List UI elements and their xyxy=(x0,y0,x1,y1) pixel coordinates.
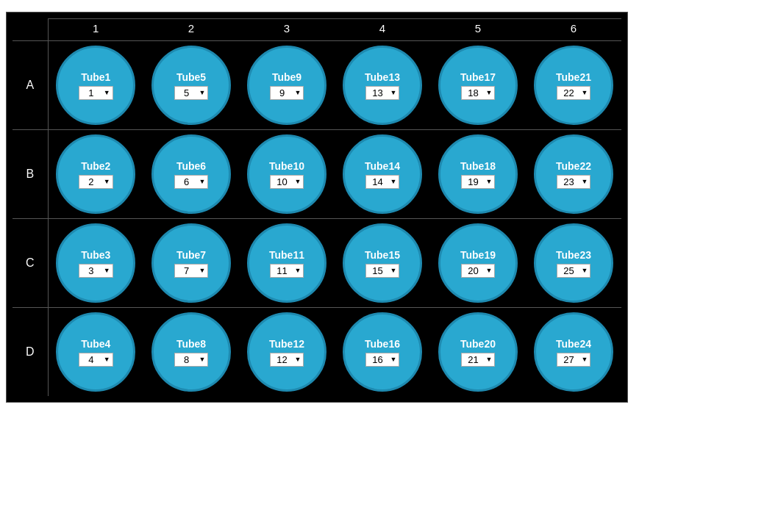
dropdown-arrow-icon: ▼ xyxy=(104,356,110,363)
tube-circle-Tube2[interactable]: Tube212345678910111213141516171819202122… xyxy=(56,134,135,214)
tube-circle-Tube20[interactable]: Tube201234567891011121314151617181920212… xyxy=(438,312,518,392)
tube-name-Tube15: Tube15 xyxy=(365,249,400,261)
dropdown-arrow-icon: ▼ xyxy=(486,356,493,363)
tube-circle-Tube15[interactable]: Tube151234567891011121314151617181920212… xyxy=(343,223,422,303)
tube-circle-Tube23[interactable]: Tube231234567891011121314151617181920212… xyxy=(534,223,613,303)
col-header-1: 1 xyxy=(48,19,143,41)
tube-circle-Tube6[interactable]: Tube612345678910111213141516171819202122… xyxy=(151,134,231,214)
tube-select-Tube4[interactable]: 1234567891011121314151617181920212223242… xyxy=(82,354,102,365)
dropdown-arrow-icon: ▼ xyxy=(295,178,301,185)
tube-select-Tube3[interactable]: 1234567891011121314151617181920212223242… xyxy=(82,265,102,276)
tube-name-Tube14: Tube14 xyxy=(365,160,400,172)
tube-select-Tube9[interactable]: 1234567891011121314151617181920212223242… xyxy=(273,87,293,98)
tube-select-Tube22[interactable]: 1234567891011121314151617181920212223242… xyxy=(560,176,580,187)
tube-circle-Tube18[interactable]: Tube181234567891011121314151617181920212… xyxy=(438,134,518,214)
tube-cell: Tube111234567891011121314151617181920212… xyxy=(239,219,335,308)
tube-cell: Tube212345678910111213141516171819202122… xyxy=(48,130,143,219)
tube-cell: Tube712345678910111213141516171819202122… xyxy=(143,219,239,308)
tube-select-Tube2[interactable]: 1234567891011121314151617181920212223242… xyxy=(82,176,102,187)
tube-select-Tube14[interactable]: 1234567891011121314151617181920212223242… xyxy=(368,176,389,187)
tube-circle-Tube21[interactable]: Tube211234567891011121314151617181920212… xyxy=(534,46,613,125)
tube-circle-Tube9[interactable]: Tube912345678910111213141516171819202122… xyxy=(247,46,326,125)
tube-name-Tube24: Tube24 xyxy=(556,338,591,350)
tube-cell: Tube161234567891011121314151617181920212… xyxy=(335,308,430,397)
tube-circle-Tube5[interactable]: Tube512345678910111213141516171819202122… xyxy=(151,46,231,125)
dropdown-arrow-icon: ▼ xyxy=(390,267,397,274)
tube-cell: Tube512345678910111213141516171819202122… xyxy=(143,41,239,130)
tube-select-Tube1[interactable]: 1234567891011121314151617181920212223242… xyxy=(82,87,102,98)
tube-select-Tube11[interactable]: 1234567891011121314151617181920212223242… xyxy=(273,265,293,276)
dropdown-arrow-icon: ▼ xyxy=(486,178,493,185)
dropdown-arrow-icon: ▼ xyxy=(295,356,301,363)
dropdown-arrow-icon: ▼ xyxy=(582,178,588,185)
tube-circle-Tube7[interactable]: Tube712345678910111213141516171819202122… xyxy=(151,223,231,303)
tube-name-Tube23: Tube23 xyxy=(556,249,591,261)
tube-circle-Tube3[interactable]: Tube312345678910111213141516171819202122… xyxy=(56,223,135,303)
tube-name-Tube11: Tube11 xyxy=(269,249,304,261)
tube-select-Tube8[interactable]: 1234567891011121314151617181920212223242… xyxy=(177,354,198,365)
tube-select-Tube24[interactable]: 1234567891011121314151617181920212223242… xyxy=(560,354,580,365)
tube-circle-Tube16[interactable]: Tube161234567891011121314151617181920212… xyxy=(343,312,422,392)
tube-circle-Tube8[interactable]: Tube812345678910111213141516171819202122… xyxy=(151,312,231,392)
tube-name-Tube20: Tube20 xyxy=(460,338,496,350)
col-header-5: 5 xyxy=(430,19,526,41)
tube-select-Tube21[interactable]: 1234567891011121314151617181920212223242… xyxy=(560,87,580,98)
tube-select-Tube16[interactable]: 1234567891011121314151617181920212223242… xyxy=(368,354,389,365)
tube-select-Tube23[interactable]: 1234567891011121314151617181920212223242… xyxy=(560,265,580,276)
tube-cell: Tube191234567891011121314151617181920212… xyxy=(430,219,526,308)
tube-name-Tube6: Tube6 xyxy=(176,160,206,172)
tube-name-Tube5: Tube5 xyxy=(176,71,206,83)
col-header-6: 6 xyxy=(526,19,621,41)
tube-cell: Tube912345678910111213141516171819202122… xyxy=(239,41,335,130)
tube-circle-Tube10[interactable]: Tube101234567891011121314151617181920212… xyxy=(247,134,326,214)
tube-circle-Tube19[interactable]: Tube191234567891011121314151617181920212… xyxy=(438,223,518,303)
row-header-D: D xyxy=(13,308,48,397)
tube-circle-Tube4[interactable]: Tube412345678910111213141516171819202122… xyxy=(56,312,135,392)
dropdown-arrow-icon: ▼ xyxy=(486,267,493,274)
tube-cell: Tube131234567891011121314151617181920212… xyxy=(335,41,430,130)
tube-select-Tube12[interactable]: 1234567891011121314151617181920212223242… xyxy=(273,354,293,365)
tube-circle-Tube14[interactable]: Tube141234567891011121314151617181920212… xyxy=(343,134,422,214)
tube-select-Tube10[interactable]: 1234567891011121314151617181920212223242… xyxy=(273,176,293,187)
dropdown-arrow-icon: ▼ xyxy=(582,89,588,96)
tube-name-Tube7: Tube7 xyxy=(176,249,206,261)
tube-select-Tube20[interactable]: 1234567891011121314151617181920212223242… xyxy=(464,354,485,365)
tube-cell: Tube151234567891011121314151617181920212… xyxy=(335,219,430,308)
tube-select-Tube15[interactable]: 1234567891011121314151617181920212223242… xyxy=(368,265,389,276)
tube-cell: Tube812345678910111213141516171819202122… xyxy=(143,308,239,397)
tube-name-Tube10: Tube10 xyxy=(269,160,304,172)
tube-circle-Tube22[interactable]: Tube221234567891011121314151617181920212… xyxy=(534,134,613,214)
tube-circle-Tube11[interactable]: Tube111234567891011121314151617181920212… xyxy=(247,223,326,303)
col-header-3: 3 xyxy=(239,19,335,41)
tube-cell: Tube221234567891011121314151617181920212… xyxy=(526,130,621,219)
dropdown-arrow-icon: ▼ xyxy=(390,89,397,96)
tube-cell: Tube231234567891011121314151617181920212… xyxy=(526,219,621,308)
tube-cell: Tube121234567891011121314151617181920212… xyxy=(239,308,335,397)
tube-select-Tube19[interactable]: 1234567891011121314151617181920212223242… xyxy=(464,265,485,276)
dropdown-arrow-icon: ▼ xyxy=(295,89,301,96)
dropdown-arrow-icon: ▼ xyxy=(104,178,110,185)
tube-circle-Tube13[interactable]: Tube131234567891011121314151617181920212… xyxy=(343,46,422,125)
tube-cell: Tube412345678910111213141516171819202122… xyxy=(48,308,143,397)
dropdown-arrow-icon: ▼ xyxy=(199,267,206,274)
tube-circle-Tube12[interactable]: Tube121234567891011121314151617181920212… xyxy=(247,312,326,392)
tube-select-Tube7[interactable]: 1234567891011121314151617181920212223242… xyxy=(177,265,198,276)
tube-circle-Tube24[interactable]: Tube241234567891011121314151617181920212… xyxy=(534,312,613,392)
tube-name-Tube16: Tube16 xyxy=(365,338,400,350)
tube-select-Tube5[interactable]: 1234567891011121314151617181920212223242… xyxy=(177,87,198,98)
dropdown-arrow-icon: ▼ xyxy=(295,267,301,274)
tube-select-Tube17[interactable]: 1234567891011121314151617181920212223242… xyxy=(464,87,485,98)
tube-circle-Tube17[interactable]: Tube171234567891011121314151617181920212… xyxy=(438,46,518,125)
dropdown-arrow-icon: ▼ xyxy=(104,267,110,274)
col-header-4: 4 xyxy=(335,19,430,41)
tube-name-Tube1: Tube1 xyxy=(81,71,110,83)
tube-cell: Tube101234567891011121314151617181920212… xyxy=(239,130,335,219)
tube-select-Tube13[interactable]: 1234567891011121314151617181920212223242… xyxy=(368,87,389,98)
tube-select-Tube18[interactable]: 1234567891011121314151617181920212223242… xyxy=(464,176,485,187)
tube-circle-Tube1[interactable]: Tube112345678910111213141516171819202122… xyxy=(56,46,135,125)
dropdown-arrow-icon: ▼ xyxy=(582,356,588,363)
tube-name-Tube22: Tube22 xyxy=(556,160,591,172)
tube-name-Tube2: Tube2 xyxy=(81,160,110,172)
tube-select-Tube6[interactable]: 1234567891011121314151617181920212223242… xyxy=(177,176,198,187)
dropdown-arrow-icon: ▼ xyxy=(390,178,397,185)
